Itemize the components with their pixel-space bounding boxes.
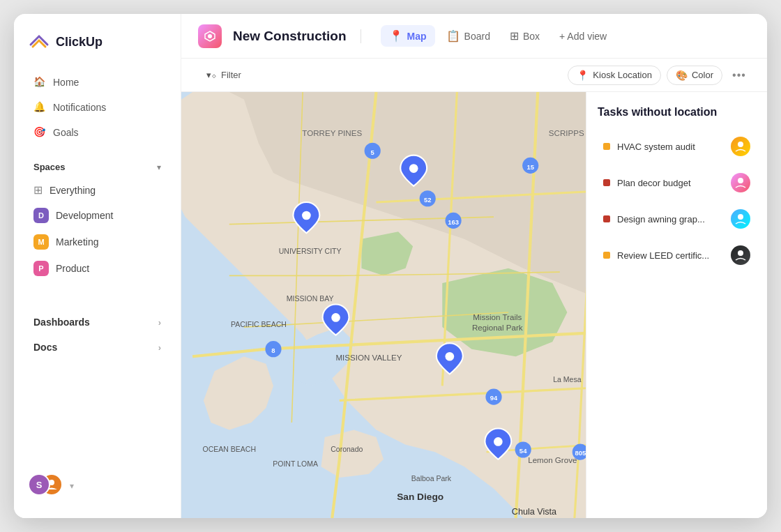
task-color-indicator — [603, 179, 610, 186]
svg-point-51 — [494, 437, 503, 446]
tab-board[interactable]: 📋 Board — [438, 25, 499, 47]
sidebar-item-goals[interactable]: 🎯 Goals — [20, 120, 175, 145]
sidebar-item-docs[interactable]: Docs › — [20, 335, 175, 360]
avatar-stack: S — [28, 473, 64, 499]
svg-text:TORREY PINES: TORREY PINES — [302, 129, 362, 137]
svg-point-55 — [738, 250, 743, 256]
svg-text:SCRIPPS RANCH: SCRIPPS RANCH — [549, 129, 586, 137]
docs-label: Docs — [33, 342, 57, 353]
more-options-button[interactable]: ••• — [728, 64, 750, 86]
map-tab-icon: 📍 — [389, 29, 403, 43]
board-tab-icon: 📋 — [446, 29, 460, 43]
color-badge-button[interactable]: 🎨 Color — [667, 66, 722, 85]
location-badge-button[interactable]: 📍 Kiosk Location — [568, 66, 661, 85]
color-badge-label: Color — [692, 70, 713, 80]
svg-point-2 — [208, 34, 212, 38]
more-icon: ••• — [732, 69, 746, 82]
task-avatar — [731, 137, 750, 156]
avatar-primary: S — [28, 473, 50, 496]
location-pin-icon: 📍 — [577, 70, 589, 81]
task-color-indicator — [603, 143, 610, 150]
dashboards-label: Dashboards — [33, 317, 90, 328]
svg-point-47 — [302, 211, 311, 220]
task-item[interactable]: Plan decor budget — [598, 166, 756, 199]
filter-button[interactable]: ▾⬦ Filter — [198, 66, 250, 84]
map-container[interactable]: 805 5 163 52 8 94 — [181, 92, 586, 518]
user-area[interactable]: S ▾ — [14, 465, 181, 507]
filter-icon: ▾⬦ — [206, 70, 217, 80]
task-avatar — [731, 245, 750, 265]
sidebar-item-home[interactable]: 🏠 Home — [20, 70, 175, 95]
dashboards-chevron-icon: › — [158, 317, 161, 328]
sidebar-spacer — [14, 360, 181, 465]
project-icon — [198, 24, 222, 48]
marketing-dot: M — [33, 234, 49, 250]
spaces-chevron-icon[interactable]: ▾ — [157, 162, 161, 172]
task-name: HVAC system audit — [617, 142, 724, 152]
svg-text:POINT LOMA: POINT LOMA — [273, 459, 318, 468]
svg-text:52: 52 — [424, 196, 432, 204]
user-chevron-icon: ▾ — [70, 481, 74, 491]
task-color-indicator — [603, 252, 610, 259]
sidebar-item-marketing[interactable]: M Marketing — [20, 229, 175, 255]
sidebar-item-label-product: Product — [56, 263, 89, 274]
box-tab-icon: ⊞ — [510, 29, 519, 43]
svg-text:Regional Park: Regional Park — [472, 324, 523, 332]
svg-point-53 — [738, 178, 743, 183]
clickup-logo-icon — [28, 31, 50, 53]
main-content: New Construction 📍 Map 📋 Board ⊞ Box + A… — [181, 14, 767, 518]
logo-text: ClickUp — [56, 35, 103, 50]
divider2 — [14, 282, 181, 293]
svg-text:15: 15 — [526, 163, 534, 171]
task-color-indicator — [603, 215, 610, 222]
svg-point-54 — [738, 214, 743, 220]
docs-chevron-icon: › — [158, 342, 161, 353]
task-item[interactable]: Design awning grap... — [598, 202, 756, 236]
sidebar-item-everything[interactable]: ⊞ Everything — [20, 178, 175, 202]
tab-box[interactable]: ⊞ Box — [501, 25, 548, 47]
add-view-button[interactable]: + Add view — [551, 26, 615, 46]
tab-map[interactable]: 📍 Map — [381, 25, 435, 47]
sidebar-item-label-goals: Goals — [53, 127, 79, 138]
tasks-panel-title: Tasks without location — [598, 106, 756, 119]
svg-point-52 — [738, 142, 743, 147]
svg-text:UNIVERSITY CITY: UNIVERSITY CITY — [279, 247, 342, 255]
svg-text:OCEAN BEACH: OCEAN BEACH — [203, 445, 257, 453]
task-item[interactable]: HVAC system audit — [598, 130, 756, 163]
sidebar-item-notifications[interactable]: 🔔 Notifications — [20, 95, 175, 120]
spaces-label: Spaces — [33, 162, 66, 172]
svg-text:MISSION BAY: MISSION BAY — [287, 294, 334, 303]
svg-point-49 — [331, 313, 340, 322]
toolbar-left: ▾⬦ Filter — [198, 66, 250, 84]
svg-text:MISSION VALLEY: MISSION VALLEY — [335, 354, 402, 362]
task-name: Plan decor budget — [617, 178, 724, 188]
sidebar-item-label-home: Home — [53, 77, 79, 88]
divider3 — [14, 293, 181, 304]
app-container: ClickUp 🏠 Home 🔔 Notifications 🎯 Goals S… — [14, 14, 767, 518]
toolbar: ▾⬦ Filter 📍 Kiosk Location 🎨 Color ••• — [181, 59, 767, 92]
svg-text:PACIFIC BEACH: PACIFIC BEACH — [231, 320, 287, 328]
sidebar-item-development[interactable]: D Development — [20, 202, 175, 229]
development-dot: D — [33, 208, 49, 223]
sidebar-item-product[interactable]: P Product — [20, 255, 175, 282]
location-badge-label: Kiosk Location — [593, 70, 652, 80]
tab-box-label: Box — [523, 31, 540, 42]
sidebar-item-dashboards[interactable]: Dashboards › — [20, 310, 175, 335]
task-item[interactable]: Review LEED certific... — [598, 238, 756, 272]
sidebar-item-label-marketing: Marketing — [56, 236, 98, 248]
svg-text:Chula Vista: Chula Vista — [512, 507, 557, 517]
sidebar-item-label-everything: Everything — [50, 185, 96, 196]
svg-text:Coronado: Coronado — [331, 445, 363, 453]
tab-map-label: Map — [407, 31, 427, 42]
svg-text:Lemon Grove: Lemon Grove — [528, 456, 577, 464]
filter-label: Filter — [221, 70, 241, 80]
sidebar: ClickUp 🏠 Home 🔔 Notifications 🎯 Goals S… — [14, 14, 181, 518]
svg-text:94: 94 — [490, 394, 498, 402]
map-wrapper: 805 5 163 52 8 94 — [181, 92, 767, 518]
tasks-panel: Tasks without location HVAC system audit — [586, 92, 767, 518]
sidebar-item-label-notifications: Notifications — [53, 102, 106, 113]
sidebar-item-label-development: Development — [56, 210, 114, 221]
main-header: New Construction 📍 Map 📋 Board ⊞ Box + A… — [181, 14, 767, 59]
toolbar-right: 📍 Kiosk Location 🎨 Color ••• — [568, 64, 750, 86]
header-divider — [361, 29, 361, 43]
